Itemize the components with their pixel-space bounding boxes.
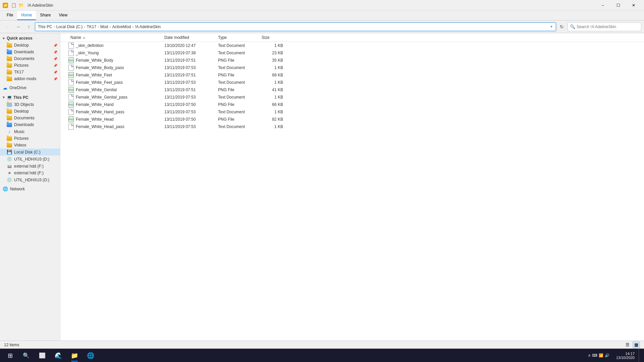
up-button[interactable]: ↑ — [24, 22, 34, 31]
tab-view[interactable]: View — [55, 11, 71, 20]
sidebar-item-local-disk[interactable]: 💾 Local Disk (C:) — [0, 148, 60, 156]
file-size: 1 KB — [260, 80, 286, 85]
png-file-icon: PNG — [68, 57, 74, 63]
back-button[interactable]: ← — [3, 22, 12, 31]
sidebar-item-documents-pc[interactable]: Documents — [0, 115, 60, 121]
file-date: 13/11/2019 07:51 — [162, 73, 216, 77]
maximize-button[interactable]: ☐ — [610, 0, 626, 11]
png-file-icon: PNG — [68, 116, 74, 122]
tray-network[interactable]: 📶 — [599, 353, 603, 358]
sidebar-item-util-d[interactable]: 💿 UTIL_HDHXU3 (D:) — [0, 156, 60, 163]
tab-home[interactable]: Home — [17, 11, 36, 20]
sidebar-label: UTIL_HDHXU3 (D:) — [14, 178, 49, 182]
forward-button[interactable]: → — [13, 22, 23, 31]
sidebar-label: Downloads — [14, 50, 34, 54]
sidebar-item-ext-f2[interactable]: ■ external hdd (F:) — [0, 170, 60, 176]
tray-keyboard: ⌨ — [592, 353, 597, 358]
show-desktop-button[interactable] — [639, 349, 641, 362]
tray-volume[interactable]: 🔊 — [605, 353, 609, 358]
taskbar-explorer[interactable]: 📁 — [67, 349, 82, 362]
quick-access-chevron: ▼ — [2, 37, 5, 40]
file-rows-container: _skin_definition 13/10/2020 12:47 Text D… — [60, 42, 644, 130]
file-type: Text Document — [216, 51, 260, 55]
file-type: Text Document — [216, 124, 260, 129]
file-date: 13/11/2019 07:50 — [162, 102, 216, 107]
table-row[interactable]: _skin_Young 13/11/2019 07:38 Text Docume… — [60, 49, 644, 57]
sidebar-item-documents-qa[interactable]: Documents 📌 — [0, 55, 60, 62]
file-type: PNG File — [216, 87, 260, 92]
search-input[interactable] — [577, 24, 639, 29]
folder-icon — [7, 63, 12, 68]
file-size: 1 KB — [260, 124, 286, 129]
tray-chevron[interactable]: ∧ — [588, 353, 591, 358]
tab-share[interactable]: Share — [36, 11, 55, 20]
qat-properties[interactable]: 📋 — [11, 2, 17, 8]
sidebar-item-music[interactable]: ♪ Music — [0, 128, 60, 135]
breadcrumb-c[interactable]: Local Disk (C:) — [56, 24, 83, 29]
col-size-header[interactable]: Size — [260, 34, 286, 41]
search-icon: 🔍 — [570, 24, 575, 29]
refresh-button[interactable]: ↻ — [557, 22, 566, 31]
table-row[interactable]: Female_White_Body_pass 13/11/2019 07:53 … — [60, 64, 644, 71]
table-row[interactable]: PNG Female_White_Genital 13/11/2019 07:5… — [60, 86, 644, 94]
table-row[interactable]: _skin_definition 13/10/2020 12:47 Text D… — [60, 42, 644, 49]
quick-access-header[interactable]: ▼ Quick access — [0, 35, 60, 42]
sidebar-item-desktop-qa[interactable]: Desktop 📌 — [0, 42, 60, 49]
col-date-header[interactable]: Date modified — [162, 34, 216, 41]
start-button[interactable]: ⊞ — [3, 349, 17, 362]
breadcrumb-current[interactable]: !A AdelineSkin — [135, 24, 161, 29]
col-type-header[interactable]: Type — [216, 34, 260, 41]
sidebar-item-onedrive[interactable]: ☁ OneDrive — [0, 84, 60, 92]
txt-file-icon — [68, 94, 74, 100]
sidebar-item-network[interactable]: 🌐 Network — [0, 185, 60, 192]
table-row[interactable]: PNG Female_White_Head 13/11/2019 07:50 P… — [60, 116, 644, 123]
sidebar-item-desktop-pc[interactable]: Desktop — [0, 108, 60, 115]
address-bar[interactable]: This PC › Local Disk (C:) › TK17 › Mod ›… — [35, 22, 556, 31]
file-name: _skin_definition — [68, 43, 162, 49]
breadcrumb-mod[interactable]: Mod — [100, 24, 108, 29]
address-bar-row: ← → ↑ This PC › Local Disk (C:) › TK17 ›… — [0, 20, 644, 33]
table-row[interactable]: PNG Female_White_Body 13/11/2019 07:51 P… — [60, 57, 644, 64]
sidebar-item-ext-f1[interactable]: 🖴 external hdd (F:) — [0, 163, 60, 170]
minimize-button[interactable]: − — [595, 0, 610, 11]
breadcrumb-tk17[interactable]: TK17 — [87, 24, 96, 29]
sidebar-item-videos[interactable]: Videos — [0, 142, 60, 148]
taskbar-chrome[interactable]: 🌐 — [83, 349, 98, 362]
search-bar[interactable]: 🔍 — [568, 22, 641, 31]
close-button[interactable]: ✕ — [626, 0, 641, 11]
table-row[interactable]: Female_White_Genital_pass 13/11/2019 07:… — [60, 94, 644, 101]
sidebar-item-downloads-pc[interactable]: Downloads — [0, 121, 60, 128]
table-row[interactable]: Female_White_Head_pass 13/11/2019 07:53 … — [60, 123, 644, 130]
details-view-button[interactable]: ☰ — [624, 342, 631, 348]
table-row[interactable]: PNG Female_White_Hand 13/11/2019 07:50 P… — [60, 101, 644, 108]
sidebar-item-downloads-qa[interactable]: Downloads 📌 — [0, 49, 60, 55]
breadcrumb-thispc[interactable]: This PC — [38, 24, 52, 29]
sidebar-item-tk17-qa[interactable]: TK17 📌 — [0, 69, 60, 75]
this-pc-label: This PC — [13, 95, 29, 100]
file-name: Female_White_Head_pass — [68, 124, 162, 130]
tab-file[interactable]: File — [3, 11, 17, 20]
list-view-button[interactable]: ▦ — [633, 342, 640, 348]
breadcrumb-dropdown[interactable]: ▼ — [550, 25, 553, 28]
sidebar-item-addonmods-qa[interactable]: addon mods 📌 — [0, 75, 60, 82]
sidebar-item-pictures-pc[interactable]: Pictures — [0, 135, 60, 142]
this-pc-header[interactable]: ▼ 💻 This PC — [0, 94, 60, 101]
txt-file-icon — [68, 65, 74, 71]
table-row[interactable]: Female_White_Feet_pass 13/11/2019 07:53 … — [60, 79, 644, 86]
qat-newitem[interactable]: 📁 — [18, 2, 24, 8]
table-row[interactable]: PNG Female_White_Feet 13/11/2019 07:51 P… — [60, 71, 644, 79]
taskbar-search[interactable]: 🔍 — [19, 349, 34, 362]
taskbar-taskview[interactable]: ⬜ — [35, 349, 50, 362]
taskbar-edge[interactable]: 🌊 — [51, 349, 66, 362]
sidebar-item-util-d2[interactable]: 💿 UTIL_HDHXU3 (D:) — [0, 176, 60, 183]
drive-icon: 💿 — [7, 157, 12, 162]
table-row[interactable]: Female_White_Hand_pass 13/11/2019 07:53 … — [60, 108, 644, 116]
sidebar-item-pictures-qa[interactable]: Pictures 📌 — [0, 62, 60, 69]
breadcrumb-activemod[interactable]: ActiveMod — [112, 24, 131, 29]
taskbar-clock[interactable]: 14:17 13/10/2020 — [613, 352, 637, 360]
sidebar-label: OneDrive — [9, 85, 26, 90]
col-name-header[interactable]: Name ▲ — [68, 34, 162, 41]
sidebar-item-3dobjects[interactable]: 3D Objects — [0, 101, 60, 108]
file-name-text: Female_White_Feet — [76, 73, 112, 77]
file-name: PNG Female_White_Body — [68, 57, 162, 63]
